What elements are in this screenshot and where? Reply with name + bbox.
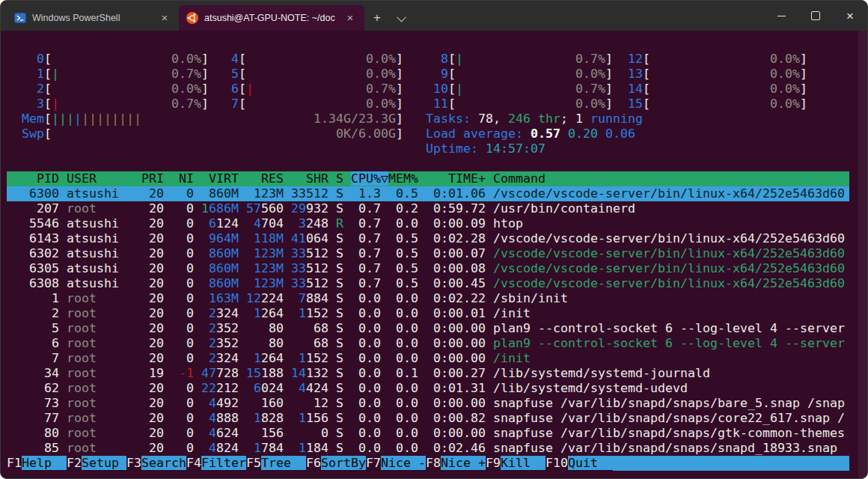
cpu-meter-9: 9[0.0%] <box>426 67 613 82</box>
uptime-line: Uptime: 14:57:07 <box>426 141 807 156</box>
swp-meter-bar <box>52 126 336 141</box>
column-user[interactable]: USER <box>67 171 134 186</box>
process-row-2[interactable]: 2 root 20 0 2324 1264 1152 S 0.0 0.0 0:0… <box>7 306 849 321</box>
column-command[interactable]: Command <box>493 171 545 186</box>
powershell-icon <box>14 12 26 24</box>
close-button[interactable]: × <box>833 1 867 31</box>
tab-powershell[interactable]: Windows PowerShell × <box>7 5 179 31</box>
cpu-meter-bar <box>246 97 366 112</box>
cpu-meter-4: 4[0.0%] <box>216 52 403 67</box>
cpu-meter-bar <box>52 52 171 67</box>
tab-wsl-ubuntu[interactable]: atsushi@AT-GPU-NOTE: ~/doc × <box>179 5 364 31</box>
tab-title: Windows PowerShell <box>32 13 152 23</box>
minimize-icon <box>777 16 786 16</box>
minimize-button[interactable] <box>764 1 798 31</box>
chevron-down-icon <box>397 12 406 22</box>
table-header: PID USER PRI NI VIRT RES SHR S CPU%▽MEM%… <box>7 171 849 186</box>
function-key-bar: F1Help F2Setup F3SearchF4FilterF5Tree F6… <box>7 456 849 471</box>
process-row-80[interactable]: 80 root 20 0 4624 156 0 S 0.0 0.0 0:00.0… <box>7 426 849 441</box>
cpu-meter-8: 8[|0.7%] <box>426 52 613 67</box>
column-mem[interactable]: MEM% <box>388 171 418 186</box>
maximize-icon <box>811 11 820 20</box>
cpu-meter-bar <box>52 82 171 97</box>
cpu-meter-11: 11[0.0%] <box>426 97 613 112</box>
process-table: PID USER PRI NI VIRT RES SHR S CPU%▽MEM%… <box>7 171 849 456</box>
cpu-meter-6: 6[|0.7%] <box>216 82 403 97</box>
process-row-6308[interactable]: 6308 atsushi 20 0 860M 123M 33512 S 0.7 … <box>7 276 849 291</box>
column-pid[interactable]: PID <box>7 171 59 186</box>
tab-close-icon[interactable]: × <box>158 11 171 25</box>
cpu-meter-1: 1[|0.7%] <box>22 67 209 82</box>
cpu-meter-2: 2[0.0%] <box>22 82 209 97</box>
column-time[interactable]: TIME+ <box>426 171 486 186</box>
cpu-meter-bar <box>456 97 575 112</box>
cpu-meter-bar <box>246 52 366 67</box>
column-cpu[interactable]: CPU%▽ <box>351 171 388 186</box>
fkey-f6[interactable]: F6SortBy <box>306 456 366 471</box>
cpu-meter-10: 10[|0.7%] <box>426 82 613 97</box>
fkey-f1[interactable]: F1Help <box>7 456 67 471</box>
process-row-6[interactable]: 6 root 20 0 2352 80 68 S 0.0 0.0 0:00.00… <box>7 336 849 351</box>
tasks-line: Tasks: 78, 246 thr; 1 running <box>426 112 807 126</box>
cpu-meter-bar <box>650 67 770 82</box>
cpu-meter-bar <box>650 97 770 112</box>
cpu-meter-bar: | <box>456 82 575 97</box>
process-row-6143[interactable]: 6143 atsushi 20 0 964M 118M 41064 S 0.7 … <box>7 231 849 246</box>
scrollbar[interactable] <box>858 31 867 478</box>
mem-meter: Mem[||||||||||||1.34G/23.3G] <box>22 112 403 126</box>
ubuntu-icon <box>186 12 198 24</box>
cpu-meter-14: 14[0.0%] <box>620 82 807 97</box>
column-ni[interactable]: NI <box>171 171 194 186</box>
process-row-5546[interactable]: 5546 atsushi 20 0 6124 4704 3248 R 0.7 0… <box>7 216 849 231</box>
terminal-content[interactable]: 0[0.0%]4[0.0%]1[|0.7%]5[0.0%]2[0.0%]6[|0… <box>1 31 867 478</box>
tabs: Windows PowerShell × atsushi@AT-GPU-NOTE… <box>7 5 364 31</box>
process-row-207[interactable]: 207 root 20 0 1686M 57560 29932 S 0.7 0.… <box>7 201 849 216</box>
process-row-6300[interactable]: 6300 atsushi 20 0 860M 123M 33512 S 1.3 … <box>7 186 849 201</box>
process-row-34[interactable]: 34 root 19 -1 47728 15188 14132 S 0.0 0.… <box>7 366 849 381</box>
tab-dropdown-button[interactable] <box>390 5 412 31</box>
cpu-meter-bar: | <box>52 67 171 82</box>
meters-left-column: 0[0.0%]4[0.0%]1[|0.7%]5[0.0%]2[0.0%]6[|0… <box>22 52 403 141</box>
process-row-85[interactable]: 85 root 20 0 4824 1784 1184 S 0.0 0.0 0:… <box>7 441 849 456</box>
fkey-f3[interactable]: F3Search <box>126 456 186 471</box>
cpu-meter-13: 13[0.0%] <box>620 67 807 82</box>
column-shr[interactable]: SHR <box>291 171 328 186</box>
cpu-meter-0: 0[0.0%] <box>22 52 209 67</box>
fkey-f5[interactable]: F5Tree <box>246 456 306 471</box>
process-row-62[interactable]: 62 root 20 0 22212 6024 4424 S 0.0 0.0 0… <box>7 381 849 396</box>
cpu-meter-bar: | <box>456 52 575 67</box>
process-row-1[interactable]: 1 root 20 0 163M 12224 7884 S 0.0 0.0 0:… <box>7 291 849 306</box>
cpu-meter-bar: | <box>246 82 366 97</box>
cpu-meter-bar <box>650 52 770 67</box>
load-average-line: Load average: 0.57 0.20 0.06 <box>426 126 807 141</box>
tab-close-icon[interactable]: × <box>343 11 357 25</box>
column-s[interactable]: S <box>336 171 343 186</box>
fkey-f7[interactable]: F7Nice - <box>366 456 426 471</box>
column-virt[interactable]: VIRT <box>201 171 239 186</box>
cpu-meter-7: 7[0.0%] <box>216 97 403 112</box>
process-row-73[interactable]: 73 root 20 0 4492 160 12 S 0.0 0.0 0:00.… <box>7 396 849 411</box>
fkey-f2[interactable]: F2Setup <box>67 456 126 471</box>
maximize-button[interactable] <box>798 1 833 31</box>
tab-bar: Windows PowerShell × atsushi@AT-GPU-NOTE… <box>1 1 867 31</box>
process-row-5[interactable]: 5 root 20 0 2352 80 68 S 0.0 0.0 0:00.00… <box>7 321 849 336</box>
process-row-6305[interactable]: 6305 atsushi 20 0 860M 123M 33512 S 0.7 … <box>7 261 849 276</box>
column-pri[interactable]: PRI <box>141 171 164 186</box>
process-row-6302[interactable]: 6302 atsushi 20 0 860M 123M 33512 S 0.7 … <box>7 246 849 261</box>
tab-title: atsushi@AT-GPU-NOTE: ~/doc <box>204 13 337 23</box>
fkey-f9[interactable]: F9Kill <box>486 456 545 471</box>
fbar-fill <box>613 456 849 471</box>
meters-right-column: 8[|0.7%]12[0.0%]9[0.0%]13[0.0%]10[|0.7%]… <box>426 52 807 156</box>
process-row-77[interactable]: 77 root 20 0 4888 1828 1156 S 0.0 0.0 0:… <box>7 411 849 426</box>
column-res[interactable]: RES <box>246 171 284 186</box>
close-icon: × <box>846 10 854 22</box>
terminal-window: Windows PowerShell × atsushi@AT-GPU-NOTE… <box>0 0 868 479</box>
new-tab-button[interactable]: + <box>364 5 390 31</box>
fkey-f10[interactable]: F10Quit <box>545 456 613 471</box>
process-row-7[interactable]: 7 root 20 0 2324 1264 1152 S 0.0 0.0 0:0… <box>7 351 849 366</box>
cpu-meter-5: 5[0.0%] <box>216 67 403 82</box>
mem-meter-bar: |||||||||||| <box>52 112 314 126</box>
fkey-f8[interactable]: F8Nice + <box>426 456 486 471</box>
fkey-f4[interactable]: F4Filter <box>186 456 246 471</box>
cpu-meter-bar <box>456 67 575 82</box>
